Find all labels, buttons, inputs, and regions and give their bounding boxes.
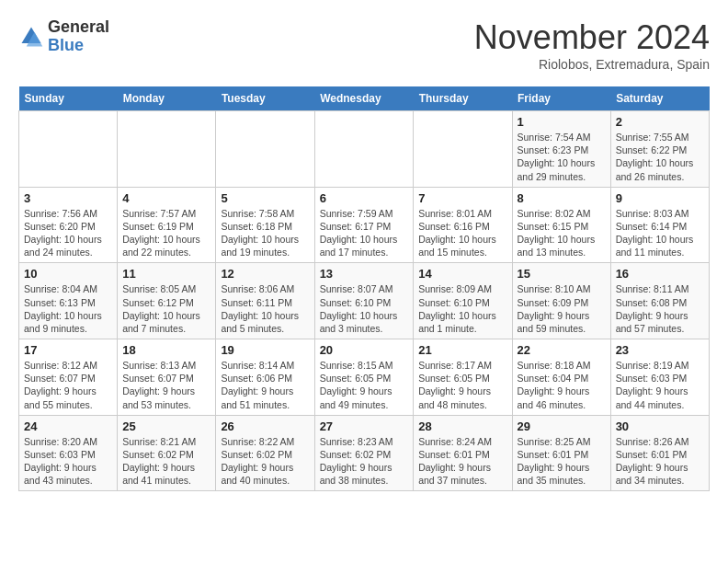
- calendar-cell: 5Sunrise: 7:58 AMSunset: 6:18 PMDaylight…: [216, 187, 314, 263]
- day-info: Sunrise: 8:22 AMSunset: 6:02 PMDaylight:…: [221, 435, 309, 488]
- logo-icon: [18, 24, 44, 50]
- day-info: Sunrise: 8:12 AMSunset: 6:07 PMDaylight:…: [24, 359, 112, 411]
- day-number: 4: [122, 191, 210, 205]
- day-info: Sunrise: 8:18 AMSunset: 6:04 PMDaylight:…: [518, 359, 606, 411]
- day-info: Sunrise: 8:04 AMSunset: 6:13 PMDaylight:…: [24, 282, 112, 335]
- calendar-week-row: 3Sunrise: 7:56 AMSunset: 6:20 PMDaylight…: [19, 187, 710, 263]
- day-info: Sunrise: 8:23 AMSunset: 6:02 PMDaylight:…: [320, 435, 409, 488]
- day-info: Sunrise: 8:14 AMSunset: 6:06 PMDaylight:…: [221, 359, 309, 411]
- calendar-cell: 15Sunrise: 8:10 AMSunset: 6:09 PMDayligh…: [512, 263, 610, 339]
- calendar-cell: 23Sunrise: 8:19 AMSunset: 6:03 PMDayligh…: [610, 339, 709, 416]
- day-info: Sunrise: 7:59 AMSunset: 6:17 PMDaylight:…: [320, 207, 409, 259]
- calendar-cell: [118, 111, 216, 188]
- calendar-week-row: 24Sunrise: 8:20 AMSunset: 6:03 PMDayligh…: [19, 415, 710, 491]
- day-number: 11: [122, 267, 210, 281]
- day-number: 23: [616, 343, 704, 357]
- calendar-cell: [314, 111, 414, 188]
- page-header: General Blue November 2024 Riolobos, Ext…: [18, 18, 710, 72]
- day-info: Sunrise: 8:09 AMSunset: 6:10 PMDaylight:…: [418, 282, 506, 335]
- calendar-cell: 3Sunrise: 7:56 AMSunset: 6:20 PMDaylight…: [19, 187, 118, 263]
- day-number: 9: [616, 191, 704, 205]
- day-info: Sunrise: 8:05 AMSunset: 6:12 PMDaylight:…: [122, 282, 210, 335]
- calendar-cell: [216, 111, 314, 188]
- day-info: Sunrise: 7:54 AMSunset: 6:23 PMDaylight:…: [518, 131, 606, 183]
- day-info: Sunrise: 8:19 AMSunset: 6:03 PMDaylight:…: [616, 359, 704, 411]
- calendar-cell: [19, 111, 118, 188]
- day-info: Sunrise: 8:26 AMSunset: 6:01 PMDaylight:…: [616, 435, 704, 488]
- calendar-cell: 22Sunrise: 8:18 AMSunset: 6:04 PMDayligh…: [512, 339, 610, 416]
- day-number: 25: [122, 419, 210, 433]
- calendar-cell: 2Sunrise: 7:55 AMSunset: 6:22 PMDaylight…: [610, 111, 709, 188]
- day-number: 17: [24, 343, 112, 357]
- calendar-cell: [414, 111, 512, 188]
- day-info: Sunrise: 8:20 AMSunset: 6:03 PMDaylight:…: [24, 435, 112, 488]
- calendar-week-row: 17Sunrise: 8:12 AMSunset: 6:07 PMDayligh…: [19, 339, 710, 416]
- calendar-cell: 1Sunrise: 7:54 AMSunset: 6:23 PMDaylight…: [512, 111, 610, 188]
- day-number: 22: [518, 343, 606, 357]
- day-number: 29: [518, 419, 606, 433]
- day-info: Sunrise: 8:15 AMSunset: 6:05 PMDaylight:…: [320, 359, 409, 411]
- header-sunday: Sunday: [19, 86, 118, 111]
- calendar-cell: 12Sunrise: 8:06 AMSunset: 6:11 PMDayligh…: [216, 263, 314, 339]
- day-number: 27: [320, 419, 409, 433]
- calendar-cell: 24Sunrise: 8:20 AMSunset: 6:03 PMDayligh…: [19, 415, 118, 491]
- calendar-cell: 20Sunrise: 8:15 AMSunset: 6:05 PMDayligh…: [314, 339, 414, 416]
- day-info: Sunrise: 7:56 AMSunset: 6:20 PMDaylight:…: [24, 207, 112, 259]
- day-info: Sunrise: 7:55 AMSunset: 6:22 PMDaylight:…: [616, 131, 704, 183]
- calendar-cell: 9Sunrise: 8:03 AMSunset: 6:14 PMDaylight…: [610, 187, 709, 263]
- day-info: Sunrise: 8:24 AMSunset: 6:01 PMDaylight:…: [418, 435, 506, 488]
- day-number: 21: [418, 343, 506, 357]
- day-number: 16: [616, 267, 704, 281]
- day-number: 30: [616, 419, 704, 433]
- day-number: 28: [418, 419, 506, 433]
- day-info: Sunrise: 8:25 AMSunset: 6:01 PMDaylight:…: [518, 435, 606, 488]
- calendar-cell: 6Sunrise: 7:59 AMSunset: 6:17 PMDaylight…: [314, 187, 414, 263]
- day-number: 13: [320, 267, 409, 281]
- day-number: 5: [221, 191, 309, 205]
- calendar-table: SundayMondayTuesdayWednesdayThursdayFrid…: [18, 86, 710, 491]
- day-info: Sunrise: 8:07 AMSunset: 6:10 PMDaylight:…: [320, 282, 409, 335]
- day-info: Sunrise: 7:58 AMSunset: 6:18 PMDaylight:…: [221, 207, 309, 259]
- calendar-cell: 17Sunrise: 8:12 AMSunset: 6:07 PMDayligh…: [19, 339, 118, 416]
- day-info: Sunrise: 8:06 AMSunset: 6:11 PMDaylight:…: [221, 282, 309, 335]
- calendar-cell: 19Sunrise: 8:14 AMSunset: 6:06 PMDayligh…: [216, 339, 314, 416]
- calendar-cell: 30Sunrise: 8:26 AMSunset: 6:01 PMDayligh…: [610, 415, 709, 491]
- day-info: Sunrise: 8:17 AMSunset: 6:05 PMDaylight:…: [418, 359, 506, 411]
- calendar-cell: 29Sunrise: 8:25 AMSunset: 6:01 PMDayligh…: [512, 415, 610, 491]
- calendar-cell: 13Sunrise: 8:07 AMSunset: 6:10 PMDayligh…: [314, 263, 414, 339]
- calendar-cell: 18Sunrise: 8:13 AMSunset: 6:07 PMDayligh…: [118, 339, 216, 416]
- logo-text: General Blue: [48, 18, 109, 55]
- day-info: Sunrise: 8:10 AMSunset: 6:09 PMDaylight:…: [518, 282, 606, 335]
- logo: General Blue: [18, 18, 109, 55]
- day-number: 15: [518, 267, 606, 281]
- header-wednesday: Wednesday: [314, 86, 414, 111]
- day-number: 8: [518, 191, 606, 205]
- day-number: 26: [221, 419, 309, 433]
- title-area: November 2024 Riolobos, Extremadura, Spa…: [474, 18, 710, 72]
- calendar-cell: 27Sunrise: 8:23 AMSunset: 6:02 PMDayligh…: [314, 415, 414, 491]
- calendar-cell: 16Sunrise: 8:11 AMSunset: 6:08 PMDayligh…: [610, 263, 709, 339]
- day-info: Sunrise: 8:13 AMSunset: 6:07 PMDaylight:…: [122, 359, 210, 411]
- calendar-week-row: 1Sunrise: 7:54 AMSunset: 6:23 PMDaylight…: [19, 111, 710, 188]
- day-number: 24: [24, 419, 112, 433]
- day-number: 1: [518, 115, 606, 129]
- day-info: Sunrise: 8:11 AMSunset: 6:08 PMDaylight:…: [616, 282, 704, 335]
- location-subtitle: Riolobos, Extremadura, Spain: [474, 57, 710, 72]
- day-number: 2: [616, 115, 704, 129]
- header-friday: Friday: [512, 86, 610, 111]
- day-number: 6: [320, 191, 409, 205]
- day-info: Sunrise: 8:02 AMSunset: 6:15 PMDaylight:…: [518, 207, 606, 259]
- day-info: Sunrise: 8:21 AMSunset: 6:02 PMDaylight:…: [122, 435, 210, 488]
- day-number: 10: [24, 267, 112, 281]
- calendar-cell: 25Sunrise: 8:21 AMSunset: 6:02 PMDayligh…: [118, 415, 216, 491]
- day-info: Sunrise: 8:03 AMSunset: 6:14 PMDaylight:…: [616, 207, 704, 259]
- month-title: November 2024: [474, 18, 710, 57]
- calendar-header-row: SundayMondayTuesdayWednesdayThursdayFrid…: [19, 86, 710, 111]
- day-number: 19: [221, 343, 309, 357]
- day-info: Sunrise: 7:57 AMSunset: 6:19 PMDaylight:…: [122, 207, 210, 259]
- header-thursday: Thursday: [414, 86, 512, 111]
- day-number: 12: [221, 267, 309, 281]
- calendar-cell: 7Sunrise: 8:01 AMSunset: 6:16 PMDaylight…: [414, 187, 512, 263]
- calendar-cell: 10Sunrise: 8:04 AMSunset: 6:13 PMDayligh…: [19, 263, 118, 339]
- calendar-cell: 28Sunrise: 8:24 AMSunset: 6:01 PMDayligh…: [414, 415, 512, 491]
